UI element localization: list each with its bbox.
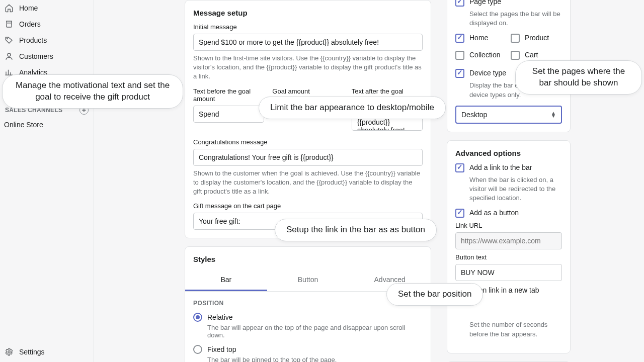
delay-help: Set the number of seconds before the bar…	[469, 320, 562, 338]
svg-point-3	[8, 351, 11, 353]
callout-bar-position: Set the bar position	[386, 283, 483, 306]
checkbox-product[interactable]: Product	[511, 34, 562, 43]
text-before-input[interactable]	[193, 106, 264, 123]
radio-relative[interactable]: Relative	[193, 313, 423, 322]
radio-fixed-top[interactable]: Fixed top	[193, 345, 423, 354]
nav-label: Customers	[19, 52, 53, 60]
orders-icon	[4, 19, 14, 29]
nav-label: Online Store	[4, 121, 43, 129]
checkbox-home[interactable]: Home	[455, 34, 507, 43]
nav-label: Home	[19, 4, 38, 12]
svg-point-1	[8, 53, 11, 56]
checkbox-icon	[455, 34, 464, 43]
congrats-help: Shown to the customer when the goal is a…	[193, 169, 423, 197]
checkbox-label: Home	[469, 34, 488, 42]
checkbox-icon	[511, 51, 520, 60]
page-type-help: Select the pages the bar will be display…	[469, 10, 562, 28]
nav-online-store[interactable]: Online Store	[0, 118, 94, 132]
user-icon	[4, 51, 14, 61]
checkbox-icon	[455, 163, 464, 172]
callout-pages: Set the pages where the bar should be sh…	[515, 60, 642, 95]
tag-icon	[4, 35, 14, 45]
advanced-options-card: Advanced options Add a link to the bar W…	[447, 140, 571, 353]
right-column: Page type Select the pages the bar will …	[447, 0, 571, 362]
nav-label: Settings	[19, 348, 45, 356]
styles-title: Styles	[193, 255, 423, 263]
checkbox-collection[interactable]: Collection	[455, 51, 507, 60]
radio-label: Fixed top	[207, 345, 236, 353]
checkbox-label: Device type	[469, 69, 506, 77]
button-text-input[interactable]	[455, 264, 562, 281]
gift-message-label: Gift message on the cart page	[193, 202, 423, 210]
add-link-help: When the bar is clicked on, a visitor wi…	[469, 175, 562, 203]
chevron-updown-icon: ▲▼	[551, 112, 556, 118]
checkbox-label: Page type	[469, 0, 501, 6]
select-value: Desktop	[461, 111, 487, 119]
tab-button[interactable]: Button	[267, 269, 349, 291]
checkbox-cart[interactable]: Cart	[511, 51, 562, 60]
checkbox-as-button[interactable]: Add as a button	[455, 209, 562, 218]
initial-message-help: Shown to the first-time site visitors. U…	[193, 54, 423, 81]
checkbox-label: Add a link to the bar	[469, 163, 532, 171]
radio-label: Relative	[207, 313, 233, 321]
checkbox-label: Product	[525, 34, 549, 42]
button-text-label: Button text	[455, 253, 562, 261]
checkbox-icon	[455, 69, 464, 78]
checkbox-icon	[455, 51, 464, 60]
text-before-label: Text before the goal amount	[193, 87, 264, 103]
callout-link-button: Setup the link in the bar as as button	[275, 219, 437, 241]
checkbox-icon	[455, 209, 464, 218]
main-content: Message setup Initial message Shown to t…	[94, 0, 644, 362]
callout-limit-device: Limit the bar appearance to desktop/mobi…	[259, 97, 446, 119]
callout-motivational: Manage the motivational text and set the…	[2, 74, 183, 109]
checkbox-icon	[455, 0, 464, 7]
nav-products[interactable]: Products	[0, 32, 94, 48]
link-url-input[interactable]	[455, 232, 562, 249]
nav-orders[interactable]: Orders	[0, 16, 94, 32]
nav-home[interactable]: Home	[0, 0, 94, 16]
goal-amount-label: Goal amount	[272, 87, 343, 95]
congrats-label: Congratulations message	[193, 138, 423, 146]
radio-help: The bar will appear on the top of the pa…	[207, 324, 423, 339]
checkbox-page-type[interactable]: Page type	[455, 0, 562, 7]
checkbox-icon	[511, 34, 520, 43]
message-setup-title: Message setup	[193, 9, 423, 17]
nav-label: Orders	[19, 20, 41, 28]
home-icon	[4, 3, 14, 13]
message-setup-card: Message setup Initial message Shown to t…	[185, 0, 431, 238]
device-type-select[interactable]: Desktop ▲▼	[455, 106, 562, 124]
svg-point-0	[7, 38, 8, 39]
link-url-label: Link URL	[455, 222, 562, 229]
checkbox-label: Collection	[469, 51, 500, 59]
checkbox-label: Cart	[525, 51, 538, 59]
checkbox-label: Add as a button	[469, 209, 519, 217]
main-nav: Home Orders Products Customers Analytics…	[0, 0, 94, 342]
center-column: Message setup Initial message Shown to t…	[185, 0, 431, 362]
radio-icon	[193, 345, 202, 354]
initial-message-input[interactable]	[193, 34, 423, 51]
radio-help: The bar will be pinned to the top of the…	[207, 356, 423, 362]
checkbox-add-link[interactable]: Add a link to the bar	[455, 163, 562, 172]
advanced-title: Advanced options	[455, 149, 562, 157]
nav-label: Products	[19, 36, 47, 44]
nav-customers[interactable]: Customers	[0, 48, 94, 64]
initial-message-label: Initial message	[193, 23, 423, 31]
gear-icon	[4, 347, 14, 357]
nav-settings[interactable]: Settings	[0, 342, 94, 362]
tab-bar[interactable]: Bar	[185, 269, 267, 291]
radio-icon	[193, 313, 202, 322]
congrats-input[interactable]	[193, 149, 423, 166]
sidebar: Home Orders Products Customers Analytics…	[0, 0, 94, 362]
